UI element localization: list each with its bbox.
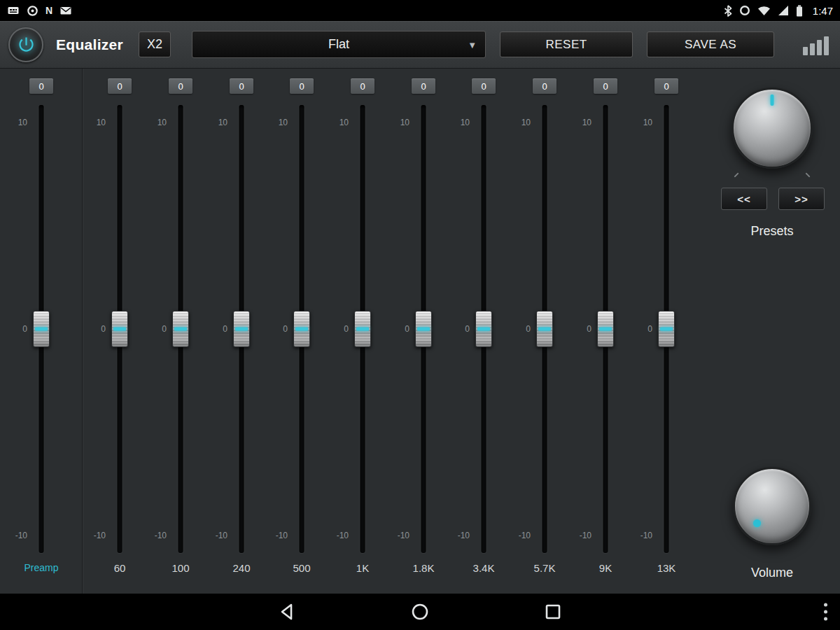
scale-label-bottom: -10 xyxy=(458,531,470,540)
scale-label-bottom: -10 xyxy=(519,531,531,540)
band-slider[interactable]: 10 0 -10 xyxy=(638,105,694,553)
preset-knob[interactable] xyxy=(732,88,813,169)
back-icon xyxy=(277,602,297,622)
status-bar-system: 1:47 xyxy=(724,4,833,17)
scale-label-bottom: -10 xyxy=(640,531,652,540)
scale-label-top: 10 xyxy=(97,118,106,127)
eq-band-column: 0 10 0 -10 500 xyxy=(274,69,330,594)
knob-max-tick xyxy=(805,172,810,177)
band-slider[interactable]: 10 0 -10 xyxy=(92,105,148,553)
save-as-button[interactable]: SAVE AS xyxy=(647,31,774,57)
sync-icon xyxy=(27,4,38,17)
slider-thumb[interactable] xyxy=(475,311,492,347)
band-slider[interactable]: 10 0 -10 xyxy=(153,105,209,553)
scale-label-top: 10 xyxy=(643,118,652,127)
scale-label-top: 10 xyxy=(218,118,227,127)
band-slider[interactable]: 10 0 -10 xyxy=(517,105,573,553)
slider-thumb[interactable] xyxy=(415,311,432,347)
band-slider[interactable]: 10 0 -10 xyxy=(274,105,330,553)
preamp-column: 0 10 0 -10 Preamp xyxy=(13,69,69,594)
scale-label-bottom: -10 xyxy=(580,531,592,540)
scale-label-top: 10 xyxy=(461,118,470,127)
recents-button[interactable] xyxy=(543,602,563,622)
band-freq-label: 500 xyxy=(274,562,330,574)
power-icon xyxy=(17,35,36,54)
scale-label-mid: 0 xyxy=(344,324,349,334)
scale-label-bottom: -10 xyxy=(398,531,410,540)
data-saver-icon xyxy=(739,4,750,17)
slider-thumb[interactable] xyxy=(293,311,310,347)
band-value-badge: 0 xyxy=(169,78,192,94)
band-freq-label: 9K xyxy=(578,562,634,574)
eq-band-column: 0 10 0 -10 3.4K xyxy=(456,69,512,594)
scale-label-mid: 0 xyxy=(526,324,531,334)
volume-knob[interactable] xyxy=(733,467,811,545)
scale-label-mid: 0 xyxy=(465,324,470,334)
preset-dropdown[interactable]: Flat ▼ xyxy=(192,31,486,58)
preset-dropdown-value: Flat xyxy=(328,37,349,52)
nfc-icon: N xyxy=(46,4,52,17)
page-title: Equalizer xyxy=(56,36,123,53)
band-freq-label: 3.4K xyxy=(456,562,512,574)
slider-thumb[interactable] xyxy=(172,311,189,347)
slider-thumb[interactable] xyxy=(536,311,553,347)
chevron-down-icon: ▼ xyxy=(468,39,477,50)
status-bar: N 1:47 xyxy=(0,0,840,21)
home-button[interactable] xyxy=(410,602,430,622)
band-slider[interactable]: 10 0 -10 xyxy=(335,105,391,553)
preamp-divider xyxy=(82,69,83,594)
power-button[interactable] xyxy=(8,27,43,62)
preset-knob-indicator xyxy=(771,94,774,106)
eq-band-column: 0 10 0 -10 60 xyxy=(92,69,148,594)
equalizer-bars-icon[interactable] xyxy=(803,34,829,55)
preset-previous-button[interactable]: << xyxy=(721,188,767,210)
eq-band-column: 0 10 0 -10 9K xyxy=(578,69,634,594)
scale-label-mid: 0 xyxy=(587,324,592,334)
band-freq-label: 1.8K xyxy=(396,562,451,574)
media-app-icon xyxy=(7,4,20,17)
eq-band-column: 0 10 0 -10 1.8K xyxy=(396,69,451,594)
slider-thumb[interactable] xyxy=(111,311,128,347)
presets-label: Presets xyxy=(704,224,840,239)
volume-knob-indicator xyxy=(753,519,761,527)
preamp-slider[interactable]: 10 0 -10 xyxy=(13,105,69,553)
overflow-menu-button[interactable] xyxy=(820,599,832,625)
back-button[interactable] xyxy=(277,602,297,622)
right-panel: << >> Presets Volume xyxy=(704,69,840,594)
reset-button[interactable]: RESET xyxy=(500,31,633,57)
battery-icon xyxy=(796,4,803,17)
overflow-dot xyxy=(824,603,827,607)
eq-band-column: 0 10 0 -10 1K xyxy=(335,69,391,594)
scale-label-top: 10 xyxy=(340,118,349,127)
slider-thumb[interactable] xyxy=(33,311,50,347)
slider-thumb[interactable] xyxy=(233,311,250,347)
status-bar-notifications: N xyxy=(7,4,72,17)
scale-label-mid: 0 xyxy=(648,324,652,334)
preamp-label: Preamp xyxy=(13,562,69,573)
slider-thumb[interactable] xyxy=(597,311,614,347)
clock-time: 1:47 xyxy=(813,5,833,17)
scale-label-bottom: -10 xyxy=(94,531,106,540)
scale-label-top: 10 xyxy=(522,118,531,127)
scale-label-top: 10 xyxy=(582,118,592,127)
preset-next-button[interactable]: >> xyxy=(778,188,825,210)
band-freq-label: 100 xyxy=(153,562,209,574)
scale-label-bottom: -10 xyxy=(337,531,349,540)
preamp-value-badge: 0 xyxy=(29,78,53,94)
band-slider[interactable]: 10 0 -10 xyxy=(578,105,634,553)
scale-label-mid: 0 xyxy=(405,324,410,334)
eq-band-column: 0 10 0 -10 5.7K xyxy=(517,69,573,594)
navigation-bar xyxy=(0,594,840,630)
band-value-badge: 0 xyxy=(654,78,678,94)
slider-thumb[interactable] xyxy=(354,311,371,347)
band-slider[interactable]: 10 0 -10 xyxy=(456,105,512,553)
scale-label-bottom: -10 xyxy=(155,531,167,540)
equalizer-panel: 0 10 0 -10 Preamp 0 10 0 -10 60 0 10 0 -… xyxy=(0,69,840,594)
band-slider[interactable]: 10 0 -10 xyxy=(396,105,451,553)
x2-toggle-button[interactable]: X2 xyxy=(139,31,171,57)
scale-label-mid: 0 xyxy=(223,324,227,334)
knob-min-tick xyxy=(734,172,738,177)
band-slider[interactable]: 10 0 -10 xyxy=(214,105,270,553)
eq-band-column: 0 10 0 -10 100 xyxy=(153,69,209,594)
slider-thumb[interactable] xyxy=(658,311,675,347)
